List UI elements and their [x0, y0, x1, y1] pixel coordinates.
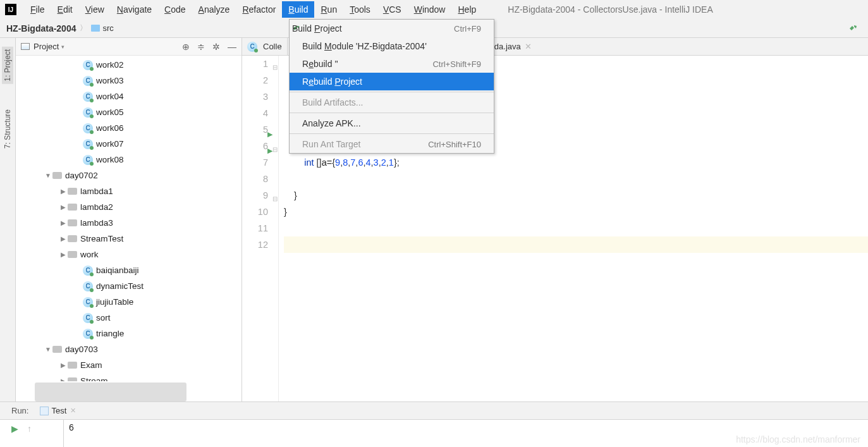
run-tab[interactable]: Test ✕	[36, 404, 80, 417]
folder-icon	[68, 362, 77, 369]
tree-arrow-icon[interactable]: ▼	[44, 346, 52, 353]
tree-item[interactable]: work08	[16, 152, 241, 168]
tree-item[interactable]: baiqianbaiji	[16, 262, 241, 278]
tree-arrow-icon[interactable]: ▶	[59, 204, 68, 211]
tree-item[interactable]: sort	[16, 310, 241, 326]
tree-arrow-icon[interactable]: ▶	[59, 362, 68, 369]
menu-run[interactable]: Run	[314, 1, 343, 18]
code-line[interactable]: }	[284, 187, 868, 204]
line-number[interactable]: 10	[242, 204, 268, 220]
gutter[interactable]: 12345▶6▶789101112⊟⊟⊟	[242, 56, 279, 401]
fold-icon[interactable]: ⊟	[272, 59, 278, 76]
project-tree[interactable]: work02work03work04work05work06work07work…	[16, 56, 241, 381]
locate-icon[interactable]: ⊕	[182, 42, 190, 52]
build-menu-item[interactable]: Rebuild ''Ctrl+Shift+F9	[290, 55, 494, 73]
code-line[interactable]	[284, 220, 868, 236]
line-number[interactable]: 5	[242, 121, 268, 138]
gutter-run-icon[interactable]: ▶	[267, 126, 272, 142]
run-play-icon[interactable]: ▶	[11, 424, 18, 434]
rail-structure[interactable]: 7: Structure	[2, 107, 13, 151]
line-number[interactable]: 3	[242, 89, 268, 105]
tree-item[interactable]: work07	[16, 136, 241, 152]
settings-gear-icon[interactable]: ✲	[212, 42, 220, 52]
line-number[interactable]: 12	[242, 236, 268, 253]
build-menu-item[interactable]: Build Module 'HZ-Bigdata-2004'	[290, 37, 494, 55]
menu-item-label: Build Artifacts...	[302, 97, 363, 107]
tree-item[interactable]: ▼day0703	[16, 341, 241, 357]
line-number[interactable]: 4	[242, 105, 268, 121]
menu-analyze[interactable]: Analyze	[192, 1, 236, 18]
watermark: https://blog.csdn.net/manformer	[736, 434, 860, 444]
build-menu-item[interactable]: Build ProjectCtrl+F9	[290, 20, 494, 37]
tree-item[interactable]: triangle	[16, 326, 241, 341]
line-number[interactable]: 8	[242, 171, 268, 187]
code-line[interactable]	[284, 236, 868, 253]
code-line[interactable]: }	[284, 204, 868, 220]
tree-item[interactable]: work04	[16, 89, 241, 104]
build-menu-item[interactable]: Analyze APK...	[290, 114, 494, 132]
line-number[interactable]: 6	[242, 138, 268, 154]
tree-label: work05	[96, 107, 124, 117]
menu-file[interactable]: File	[24, 1, 51, 18]
tree-arrow-icon[interactable]: ▼	[44, 172, 52, 179]
code-line[interactable]: int []a={9,8,7,6,4,3,2,1};	[284, 154, 868, 171]
menu-tools[interactable]: Tools	[343, 1, 377, 18]
build-hammer-icon[interactable]	[848, 23, 859, 34]
close-run-tab-icon[interactable]: ✕	[70, 407, 76, 415]
gutter-run-icon[interactable]: ▶	[267, 142, 272, 159]
menu-refactor[interactable]: Refactor	[236, 1, 282, 18]
run-up-icon[interactable]: ↑	[27, 424, 32, 434]
code-line[interactable]	[284, 171, 868, 187]
tree-item[interactable]: ▶Stream	[16, 373, 241, 381]
test-config-icon	[40, 407, 49, 415]
tree-item[interactable]: work06	[16, 120, 241, 136]
line-number[interactable]: 1	[242, 56, 268, 72]
menu-help[interactable]: Help	[451, 1, 482, 18]
tree-item[interactable]: ▶lambda1	[16, 183, 241, 199]
tree-arrow-icon[interactable]: ▶	[59, 377, 68, 381]
tree-label: work08	[96, 155, 124, 164]
line-number[interactable]: 11	[242, 220, 268, 236]
tree-item[interactable]: ▼day0702	[16, 168, 241, 183]
line-number[interactable]: 7	[242, 154, 268, 171]
collapse-icon[interactable]: ≑	[197, 42, 205, 52]
tree-item[interactable]: jiujiuTable	[16, 294, 241, 310]
hide-icon[interactable]: —	[228, 42, 236, 52]
fold-icon[interactable]: ⊟	[272, 142, 278, 158]
build-menu-item[interactable]: Rebuild Project	[290, 73, 494, 90]
line-number[interactable]: 9	[242, 187, 268, 204]
chevron-down-icon[interactable]: ▾	[61, 44, 64, 50]
menu-view[interactable]: View	[79, 1, 111, 18]
tree-label: work04	[96, 92, 124, 101]
menu-navigate[interactable]: Navigate	[111, 1, 158, 18]
tree-item[interactable]: work02	[16, 57, 241, 73]
tree-item[interactable]: ▶lambda3	[16, 215, 241, 231]
menu-edit[interactable]: Edit	[51, 1, 79, 18]
tree-item[interactable]: work03	[16, 73, 241, 89]
tree-item[interactable]: ▶lambda2	[16, 199, 241, 215]
tree-item[interactable]: work05	[16, 104, 241, 120]
menu-code[interactable]: Code	[158, 1, 192, 18]
project-panel-title[interactable]: Project	[34, 42, 59, 51]
tree-item[interactable]: dynamicTest	[16, 278, 241, 294]
rail-project[interactable]: 1: Project	[2, 47, 13, 84]
tree-arrow-icon[interactable]: ▶	[59, 219, 68, 226]
tree-item[interactable]: ▶work	[16, 247, 241, 262]
fold-icon[interactable]: ⊟	[272, 191, 278, 207]
editor-tab[interactable]: Colle	[242, 38, 288, 56]
menu-window[interactable]: Window	[408, 1, 452, 18]
menu-vcs[interactable]: VCS	[377, 1, 408, 18]
class-icon	[83, 92, 93, 102]
breadcrumb-project[interactable]: HZ-Bigdata-2004	[6, 23, 76, 34]
tree-arrow-icon[interactable]: ▶	[59, 251, 68, 258]
tree-arrow-icon[interactable]: ▶	[59, 235, 68, 242]
tree-label: lambda3	[80, 218, 113, 228]
horizontal-scrollbar[interactable]	[35, 383, 186, 401]
line-number[interactable]: 2	[242, 72, 268, 89]
tree-item[interactable]: ▶Exam	[16, 357, 241, 373]
tree-arrow-icon[interactable]: ▶	[59, 188, 68, 195]
tree-item[interactable]: ▶StreamTest	[16, 231, 241, 247]
menu-build[interactable]: Build	[282, 1, 314, 18]
breadcrumb-folder[interactable]: src	[102, 23, 113, 33]
close-tab-icon[interactable]: ✕	[525, 42, 532, 51]
